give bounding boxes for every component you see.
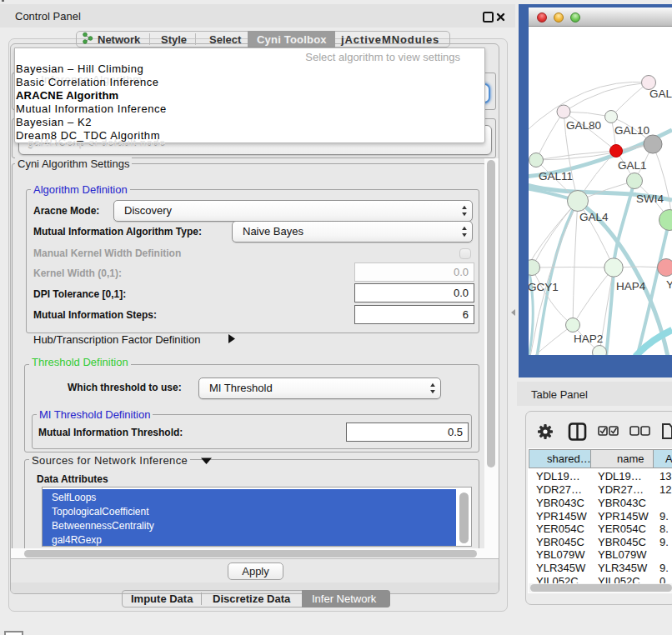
svg-text:GAL2: GAL2: [649, 88, 672, 100]
svg-text:HAP2: HAP2: [574, 332, 603, 345]
svg-text:HAP4: HAP4: [616, 280, 646, 292]
svg-text:GAL80: GAL80: [566, 119, 601, 132]
svg-text:GAL11: GAL11: [539, 170, 573, 182]
svg-text:GAL4: GAL4: [579, 211, 609, 223]
svg-text:GCY1: GCY1: [529, 281, 559, 293]
svg-text:GAL1: GAL1: [618, 159, 647, 172]
svg-text:YD: YD: [666, 278, 672, 291]
svg-text:SWI4: SWI4: [636, 192, 664, 205]
svg-text:GAL10: GAL10: [614, 124, 649, 137]
